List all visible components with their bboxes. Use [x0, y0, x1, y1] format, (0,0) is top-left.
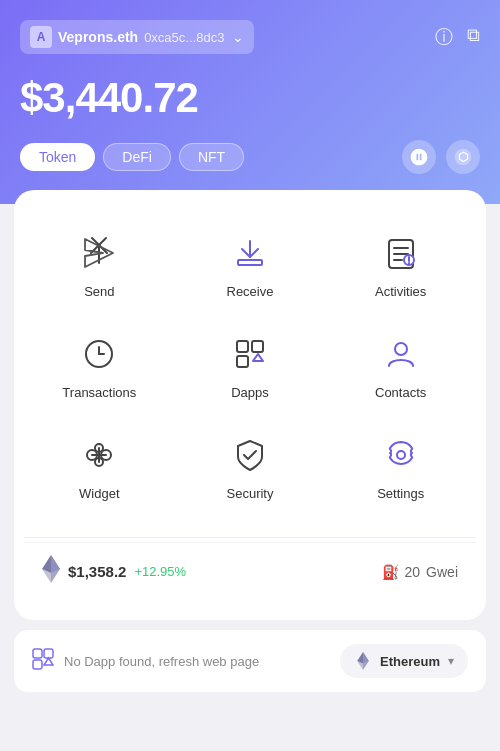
eth-price-amount: $1,358.2: [68, 563, 126, 580]
gas-pump-icon: ⛽: [382, 564, 399, 580]
account-row: A Veprons.eth 0xca5c...8dc3 ⌄ ⓘ ⧉: [20, 20, 480, 54]
dapps-label: Dapps: [231, 385, 269, 400]
svg-point-20: [395, 343, 407, 355]
chevron-down-icon: ▾: [448, 654, 454, 668]
account-letter-icon: A: [30, 26, 52, 48]
network-label: Ethereum: [380, 654, 440, 669]
dapp-grid-icon: [32, 648, 54, 675]
network-selector[interactable]: Ethereum ▾: [340, 644, 468, 678]
tab-token[interactable]: Token: [20, 143, 95, 171]
tab-nft[interactable]: NFT: [179, 143, 244, 171]
settings-icon: [378, 432, 424, 478]
footer-bar: No Dapp found, refresh web page Ethereum…: [14, 630, 486, 692]
tab-defi[interactable]: DeFi: [103, 143, 171, 171]
menu-item-security[interactable]: Security: [175, 416, 326, 517]
svg-text:⬡: ⬡: [458, 150, 469, 163]
gas-unit: Gwei: [426, 564, 458, 580]
menu-item-send[interactable]: Send: [24, 214, 175, 315]
copy-icon[interactable]: ⧉: [467, 25, 480, 49]
bottom-bar: $1,358.2 +12.95% ⛽ 20 Gwei: [24, 542, 476, 600]
security-label: Security: [227, 486, 274, 501]
brand-p-icon[interactable]: ⬡: [446, 140, 480, 174]
receive-label: Receive: [227, 284, 274, 299]
svg-rect-17: [252, 341, 263, 352]
no-dapp-info: No Dapp found, refresh web page: [32, 648, 259, 675]
widget-label: Widget: [79, 486, 119, 501]
gas-info: ⛽ 20 Gwei: [382, 564, 458, 580]
header-icons: ⓘ ⧉: [435, 25, 480, 49]
main-card: Send Receive: [14, 190, 486, 620]
transactions-icon: [76, 331, 122, 377]
gas-amount: 20: [405, 564, 421, 580]
activities-icon: [378, 230, 424, 276]
account-name: Veprons.eth: [58, 29, 138, 45]
svg-line-3: [99, 238, 106, 245]
no-dapp-text: No Dapp found, refresh web page: [64, 654, 259, 669]
svg-rect-7: [238, 260, 262, 265]
header-right-icons: ⬡: [402, 140, 480, 174]
menu-item-receive[interactable]: Receive: [175, 214, 326, 315]
menu-item-dapps[interactable]: Dapps: [175, 315, 326, 416]
menu-item-settings[interactable]: Settings: [325, 416, 476, 517]
menu-item-activities[interactable]: Activities: [325, 214, 476, 315]
ethereum-network-icon: [354, 652, 372, 670]
svg-rect-34: [33, 660, 42, 669]
send-label: Send: [84, 284, 114, 299]
svg-marker-35: [44, 658, 53, 665]
dapps-icon: [227, 331, 273, 377]
svg-marker-19: [253, 354, 263, 361]
info-icon[interactable]: ⓘ: [435, 25, 453, 49]
security-icon: [227, 432, 273, 478]
account-badge[interactable]: A Veprons.eth 0xca5c...8dc3 ⌄: [20, 20, 254, 54]
divider: [24, 537, 476, 538]
widget-icon: [76, 432, 122, 478]
contacts-icon: [378, 331, 424, 377]
contacts-label: Contacts: [375, 385, 426, 400]
transactions-label: Transactions: [62, 385, 136, 400]
eth-price-info: $1,358.2 +12.95%: [42, 555, 186, 588]
svg-point-27: [397, 451, 405, 459]
menu-item-widget[interactable]: Widget: [24, 416, 175, 517]
svg-rect-16: [237, 341, 248, 352]
filter-tabs: Token DeFi NFT ⬡: [20, 140, 480, 174]
settings-label: Settings: [377, 486, 424, 501]
chevron-down-icon: ⌄: [232, 29, 244, 45]
activities-label: Activities: [375, 284, 426, 299]
ethereum-diamond-icon: [42, 555, 60, 588]
receive-icon: [227, 230, 273, 276]
balance-amount: $3,440.72: [20, 74, 480, 122]
send-icon: [76, 230, 122, 276]
svg-rect-18: [237, 356, 248, 367]
header: A Veprons.eth 0xca5c...8dc3 ⌄ ⓘ ⧉ $3,440…: [0, 0, 500, 204]
eth-price-change: +12.95%: [134, 564, 186, 579]
svg-rect-32: [33, 649, 42, 658]
brand-b-icon[interactable]: [402, 140, 436, 174]
menu-item-contacts[interactable]: Contacts: [325, 315, 476, 416]
account-address: 0xca5c...8dc3: [144, 30, 224, 45]
menu-item-transactions[interactable]: Transactions: [24, 315, 175, 416]
menu-grid: Send Receive: [24, 214, 476, 517]
